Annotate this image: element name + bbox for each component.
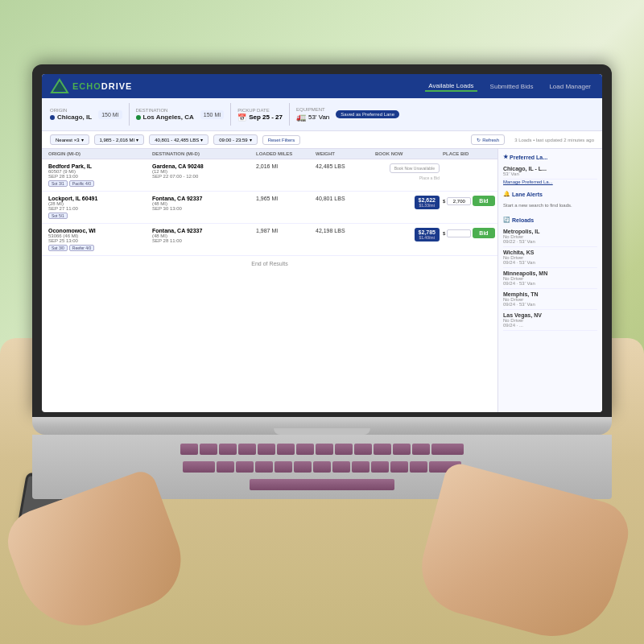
preferred-lane-button[interactable]: Saved as Preferred Lane	[336, 110, 399, 118]
tab-available-loads[interactable]: Available Loads	[425, 80, 477, 92]
end-results: End of Results	[42, 256, 497, 271]
row3-price: $2,785 $1.40/mi	[375, 228, 440, 242]
main-content: ORIGIN (MI-D) DESTINATION (MI-D) LOADED …	[42, 149, 602, 412]
tag2: Pacific 4/0	[69, 180, 94, 187]
row1-weight: 42,485 LBS	[316, 163, 372, 169]
row2-origin: Lockport, IL 60491 (28 MI) SEP 27 11:00 …	[48, 196, 149, 219]
reloads-title: 🔄 Reloads	[503, 217, 597, 223]
key	[200, 444, 217, 455]
nearest-filter[interactable]: Nearest ×3 ▾	[50, 134, 89, 145]
table-row: Oconomowoc, WI 53066 (46 MI) SEP 25 13:0…	[42, 224, 497, 256]
col-book: BOOK NOW	[375, 151, 440, 156]
pickup-value: 📅 Sep 25 - 27	[237, 114, 283, 122]
pickup-label: PICKUP DATE	[237, 108, 283, 113]
key	[354, 444, 372, 455]
results-info: 3 Loads • last updated 2 minutes ago	[514, 138, 594, 142]
key	[374, 444, 391, 455]
key	[412, 444, 430, 455]
tag5: Reefer 4/0	[69, 245, 94, 251]
row1-dest: Gardena, CA 90248 (12 MI) SEP 22 07:00 -…	[152, 163, 253, 179]
col-miles: LOADED MILES	[256, 151, 312, 156]
bid-price-box: $2,622 $1.33/mi	[415, 196, 440, 209]
reload-item-2: Wichita, KS No Driver 09/24 · 53' Van	[503, 247, 597, 268]
reload-item-4: Memphis, TN No Driver 09/24 · 53' Van	[503, 289, 597, 310]
row3-origin: Oconomowoc, WI 53066 (46 MI) SEP 25 13:0…	[48, 228, 149, 251]
bid-input-2[interactable]	[447, 229, 471, 237]
equipment-field: EQUIPMENT 🚛 53' Van	[296, 107, 329, 122]
refresh-button[interactable]: ↻ Refresh	[471, 134, 505, 145]
tag4: Sat 3/0	[48, 245, 68, 251]
reload-item-5: Las Vegas, NV No Driver 09/24 · ...	[503, 310, 597, 331]
screen: ECHODRIVE Available Loads Submitted Bids…	[42, 74, 602, 412]
row3-weight: 42,198 LBS	[316, 228, 372, 233]
origin-bh-d: 150 MI	[98, 110, 122, 119]
book-now-button[interactable]: Book Now Unavailable	[390, 163, 440, 173]
chevron-down-icon: ▾	[250, 137, 252, 142]
chevron-down-icon: ▾	[81, 137, 84, 142]
key	[393, 444, 411, 455]
col-bid: PLACE BID	[443, 151, 491, 156]
reset-filters-button[interactable]: Reset Filters	[262, 135, 301, 145]
logo-icon	[50, 78, 69, 94]
col-origin: ORIGIN (MI-D)	[48, 151, 149, 156]
key	[390, 461, 408, 473]
tab-load-manager[interactable]: Load Manager	[546, 81, 594, 92]
divider1	[129, 103, 130, 126]
bid-input[interactable]	[447, 197, 471, 205]
bid-button[interactable]: Bid	[473, 196, 494, 206]
dest-bh-d: 150 MI	[200, 110, 224, 119]
key	[275, 461, 292, 473]
row2-miles: 1,965 MI	[256, 196, 312, 201]
table-row: Lockport, IL 60491 (28 MI) SEP 27 11:00 …	[42, 192, 497, 224]
tab-submitted-bids[interactable]: Submitted Bids	[487, 81, 537, 92]
row2-bid-group: $ Bid	[443, 196, 491, 206]
key	[371, 461, 389, 473]
laptop-base	[32, 417, 612, 435]
key	[313, 461, 331, 473]
screen-bezel: ECHODRIVE Available Loads Submitted Bids…	[32, 64, 612, 417]
reloads-section: 🔄 Reloads Metropolis, IL No Driver 09/22…	[503, 217, 597, 331]
divider2	[230, 103, 231, 126]
preferred-lane-item: Chicago, IL - L... 53' Van	[503, 163, 597, 180]
app-header: ECHODRIVE Available Loads Submitted Bids…	[42, 74, 602, 98]
bid-price-box-2: $2,785 $1.40/mi	[415, 228, 440, 242]
star-icon: ★	[503, 154, 508, 160]
chevron-down-icon: ▾	[136, 137, 138, 142]
key	[236, 461, 254, 473]
nav-tabs: Available Loads Submitted Bids Load Mana…	[425, 80, 594, 92]
lane-alerts-title: 🔔 Lane Alerts	[503, 191, 597, 197]
miles-filter[interactable]: 1,985 - 2,016 MI ▾	[94, 134, 145, 145]
laptop: ECHODRIVE Available Loads Submitted Bids…	[32, 64, 612, 499]
key	[294, 461, 312, 473]
key	[258, 444, 275, 455]
row3-bid-group: $ Bid	[443, 228, 491, 238]
key	[332, 461, 350, 473]
reload-icon: 🔄	[503, 217, 510, 223]
time-filter[interactable]: 09:00 - 23:59 ▾	[213, 134, 257, 145]
key	[255, 461, 273, 473]
tag3: Sot 5/1	[48, 213, 68, 219]
dest-dot	[136, 115, 141, 120]
bell-icon: 🔔	[503, 191, 510, 197]
manage-preferred-link[interactable]: Manage Preferred La...	[503, 180, 597, 184]
spacebar-key	[250, 479, 394, 490]
chevron-down-icon: ▾	[200, 137, 203, 142]
row1-book: Book Now Unavailable Place a Bid	[375, 163, 440, 180]
reload-item-3: Minneapolis, MN No Driver 09/24 · 53' Va…	[503, 268, 597, 289]
row2-dest: Fontana, CA 92337 (48 MI) SEP 30 13:00	[152, 196, 253, 211]
logo-text: ECHODRIVE	[72, 81, 132, 91]
row3-dest: Fontana, CA 92337 (48 MI) SEP 28 11:00	[152, 228, 253, 243]
preferred-lanes-title: ★ Preferred La...	[503, 154, 597, 160]
col-weight: WEIGHT	[316, 151, 372, 156]
bid-button-2[interactable]: Bid	[473, 228, 494, 238]
weight-filter[interactable]: 40,801 - 42,485 LBS ▾	[149, 134, 208, 145]
row2-weight: 40,801 LBS	[316, 196, 372, 201]
col-dest: DESTINATION (MI-D)	[152, 151, 253, 156]
dest-value: Los Angeles, CA	[136, 114, 194, 121]
key	[277, 444, 295, 455]
equip-label: EQUIPMENT	[296, 107, 329, 112]
row2-price: $2,622 $1.33/mi	[375, 196, 440, 209]
lane-alert-text: Start a new search to find loads.	[503, 200, 597, 210]
dollar-icon: $	[443, 199, 445, 204]
key	[217, 461, 234, 473]
